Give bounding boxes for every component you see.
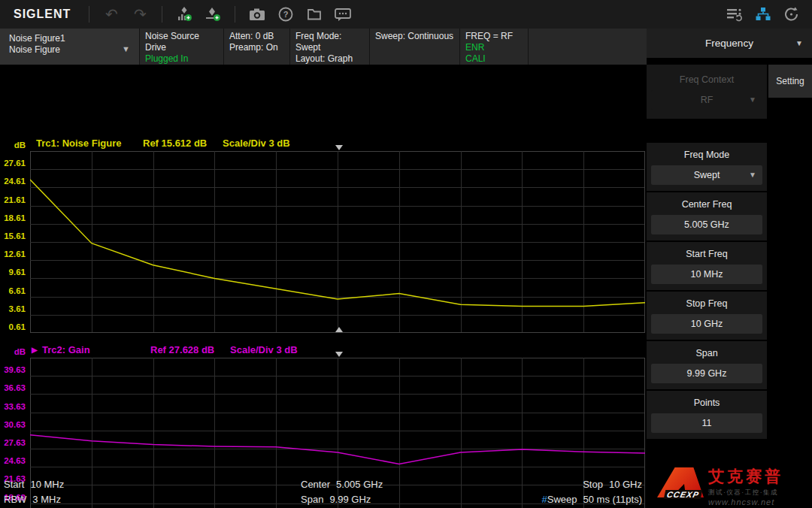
chevron-down-icon: ▼: [749, 90, 756, 110]
points-field[interactable]: 11: [651, 413, 762, 433]
network-icon: [754, 6, 772, 23]
menu-item-label: Center Freq: [647, 199, 767, 210]
history-icon: [783, 5, 801, 23]
y-axis-tick-label: 39.63: [0, 364, 26, 376]
file-button[interactable]: [300, 3, 329, 26]
toolbar-separator: [89, 6, 89, 23]
atten-status: Atten: 0 dB Preamp: On: [224, 29, 290, 65]
y-axis-tick-label: 0.61: [0, 321, 26, 333]
status-bar-spacer: [529, 29, 647, 65]
y-axis-tick-label: 24.61: [0, 175, 26, 187]
add-trace-button[interactable]: [170, 3, 198, 26]
start-freq-field[interactable]: 10 MHz: [651, 265, 762, 284]
freq-ref-value: FREQ = RF: [465, 31, 523, 42]
y-axis-tick-label: 12.61: [0, 248, 26, 260]
menu-item-label: Stop Freq: [647, 298, 767, 309]
toolbar-separator: [235, 6, 235, 23]
tab-setting[interactable]: Setting: [768, 65, 812, 98]
preset-list-button[interactable]: [720, 3, 749, 26]
freq-mode-value: Freq Mode: Swept: [295, 31, 364, 53]
top-toolbar: SIGLENT ↶ ↷: [0, 0, 812, 29]
trace2-title: Trc2: Gain: [42, 344, 90, 355]
y-axis-tick-label: 15.61: [0, 230, 26, 242]
measurement-selector[interactable]: Noise Figure1 Noise Figure ▼: [0, 29, 140, 65]
active-trace-icon: ▶: [32, 346, 38, 354]
menu-item-label: Points: [647, 398, 767, 408]
menu-item-span[interactable]: Span 9.99 GHz: [647, 341, 767, 389]
menu-item-freq-mode[interactable]: Freq Mode Swept ▼: [647, 143, 767, 191]
y-axis-tick-label: 27.63: [0, 437, 26, 449]
stop-freq-readout: Stop10 GHz: [583, 479, 642, 490]
accexp-logo-text: CCEXP: [664, 490, 702, 499]
screenshot-button[interactable]: [243, 3, 271, 26]
status-bar: Noise Figure1 Noise Figure ▼ Noise Sourc…: [0, 29, 647, 65]
network-button[interactable]: [749, 3, 777, 26]
noise-source-value: Plugged In: [145, 53, 218, 65]
vendor-watermark: CCEXP 艾克赛普 测试·仪器·工控·集成 www.hncsw.net: [644, 466, 810, 506]
add-trace-icon: [176, 6, 192, 23]
watermark-tagline: 测试·仪器·工控·集成: [708, 488, 810, 497]
setting-tab-label: Setting: [776, 76, 804, 86]
undo-button[interactable]: ↶: [97, 3, 126, 26]
center-freq-field[interactable]: 5.005 GHz: [651, 215, 762, 234]
menu-header-frequency[interactable]: Frequency ▼: [647, 29, 812, 58]
folder-icon: [306, 6, 323, 23]
center-freq-readout: Center5.005 GHz: [301, 479, 383, 490]
y-axis-tick-label: 24.63: [0, 455, 26, 467]
svg-text:?: ?: [283, 10, 289, 19]
y-axis-tick-label: dB: [0, 139, 26, 151]
menu-item-stop-freq[interactable]: Stop Freq 10 GHz: [647, 292, 767, 340]
watermark-url: www.hncsw.net: [708, 497, 810, 506]
preset-list-icon: [725, 6, 744, 23]
noise-source-status: Noise Source Drive Plugged In: [140, 29, 224, 65]
message-icon: [334, 6, 352, 23]
layout-value: Layout: Graph: [295, 53, 364, 65]
noise-source-label: Noise Source Drive: [145, 31, 218, 53]
trace1-scale-div: Scale/Div 3 dB: [223, 138, 290, 149]
span-readout: Span9.99 GHz: [301, 494, 371, 505]
redo-icon: ↷: [134, 7, 147, 22]
trace2-ref-level: Ref 27.628 dB: [150, 344, 214, 355]
add-marker-button[interactable]: [198, 3, 227, 26]
sweep-info-footer: Start10 MHz Center5.005 GHz Stop10 GHz R…: [0, 476, 647, 508]
span-field[interactable]: 9.99 GHz: [651, 364, 762, 383]
menu-item-freq-context: Freq Context RF ▼: [647, 65, 767, 119]
help-icon: ?: [277, 6, 294, 23]
menu-item-label: Start Freq: [647, 249, 767, 259]
menu-item-start-freq[interactable]: Start Freq 10 MHz: [647, 242, 767, 290]
side-menu-panel: Frequency ▼ Setting Freq Context RF ▼ Fr…: [647, 29, 812, 508]
stop-freq-field[interactable]: 10 GHz: [651, 314, 762, 334]
y-axis-tick-label: 6.61: [0, 285, 26, 297]
menu-item-label: Span: [647, 348, 767, 358]
chevron-down-icon: ▼: [795, 39, 803, 47]
y-axis-tick-label: 9.61: [0, 266, 26, 278]
rbw-readout: RBW3 MHz: [4, 494, 61, 505]
history-button[interactable]: [777, 3, 806, 26]
noise-figure-chart: [30, 151, 645, 333]
y-axis-tick-label: 21.61: [0, 194, 26, 206]
sweep-time-readout: #Sweep50 ms (11pts): [542, 494, 643, 505]
accexp-logo: CCEXP: [657, 467, 704, 502]
y-axis-tick-label: 36.63: [0, 382, 26, 394]
help-button[interactable]: ?: [271, 3, 300, 26]
y-axis-tick-label: 18.61: [0, 212, 26, 224]
menu-item-center-freq[interactable]: Center Freq 5.005 GHz: [647, 192, 767, 240]
cali-flag: CALI: [465, 53, 523, 65]
chevron-down-icon: ▼: [122, 44, 130, 55]
split-handle-top[interactable]: [335, 145, 343, 150]
start-freq-readout: Start10 MHz: [4, 479, 64, 490]
freq-mode-dropdown[interactable]: Swept ▼: [651, 165, 762, 185]
split-handle-top[interactable]: [335, 352, 343, 357]
sweep-status: Sweep: Continuous: [370, 29, 460, 65]
message-button[interactable]: [329, 3, 357, 26]
menu-item-points[interactable]: Points 11: [647, 391, 767, 439]
preamp-value: Preamp: On: [229, 42, 284, 53]
redo-button[interactable]: ↷: [126, 3, 154, 26]
add-marker-icon: [205, 6, 221, 23]
noise-figure-plot: [30, 151, 645, 333]
split-handle-bottom[interactable]: [335, 327, 343, 332]
measurement-subtitle: Noise Figure: [9, 44, 134, 56]
menu-title: Frequency: [705, 38, 753, 49]
y-axis-tick-label: 33.63: [0, 401, 26, 413]
siglent-logo: SIGLENT: [14, 8, 71, 21]
